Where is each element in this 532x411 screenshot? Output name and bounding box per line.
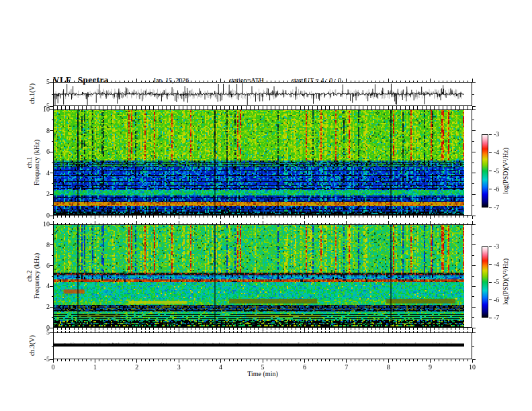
ch2-frequency-axis-label: ch.2 Frequency (kHz) (26, 239, 40, 313)
tick-label: 10 (34, 105, 50, 113)
tick-label: 8 (34, 241, 50, 249)
tick-label: 5 (34, 78, 50, 86)
tick-label: 8 (382, 363, 395, 371)
tick-label: 6 (34, 148, 50, 156)
tick-label: -6 (494, 296, 507, 304)
ch2-colorbar (482, 246, 488, 318)
tick-label: -5 (494, 278, 507, 286)
tick-label: -5 (494, 167, 507, 175)
tick-label: 10 (34, 220, 50, 228)
ch3-waveform-panel (53, 332, 472, 359)
tick-label: -7 (494, 314, 507, 322)
tick-label: -4 (494, 261, 507, 269)
ch1-frequency-axis-label-line1: ch.1 (26, 126, 33, 199)
tick-label: -6 (494, 185, 507, 193)
tick-label: -5 (34, 355, 50, 363)
tick-label: 7 (340, 363, 353, 371)
tick-label: 9 (424, 363, 437, 371)
tick-label: 2 (34, 190, 50, 198)
tick-label: 4 (34, 282, 50, 290)
ch2-frequency-axis-label-line1: ch.2 (26, 239, 33, 313)
ch1-frequency-axis-label-line2: Frequency (kHz) (33, 126, 40, 199)
tick-label: 0 (46, 363, 60, 371)
tick-label: 8 (34, 127, 50, 135)
tick-label: 2 (34, 303, 50, 311)
tick-label: 3 (172, 363, 185, 371)
tick-label: 1 (88, 363, 101, 371)
tick-label: -4 (494, 148, 507, 156)
ch1-waveform-panel (53, 82, 472, 106)
tick-label: 2 (130, 363, 144, 371)
tick-label: -3 (494, 242, 507, 250)
tick-label: 6 (298, 363, 311, 371)
ch1-spectrogram-panel (53, 109, 472, 216)
tick-label: -3 (494, 130, 507, 138)
vlf-spectra-figure: VLF Spectra Jan. 15, 2026 station=ATH st… (0, 0, 532, 411)
tick-label: 4 (214, 363, 228, 371)
ch2-frequency-axis-label-line2: Frequency (kHz) (33, 239, 40, 313)
tick-label: 5 (34, 328, 50, 336)
ch2-spectrogram-panel (53, 224, 472, 328)
tick-label: 5 (256, 363, 269, 371)
tick-label: 4 (34, 169, 50, 177)
ch1-frequency-axis-label: ch.1 Frequency (kHz) (26, 126, 40, 199)
tick-label: -7 (494, 203, 507, 212)
tick-label: 10 (466, 363, 479, 371)
tick-label: 0 (34, 212, 50, 220)
ch1-colorbar (482, 134, 488, 208)
tick-label: 6 (34, 262, 50, 270)
